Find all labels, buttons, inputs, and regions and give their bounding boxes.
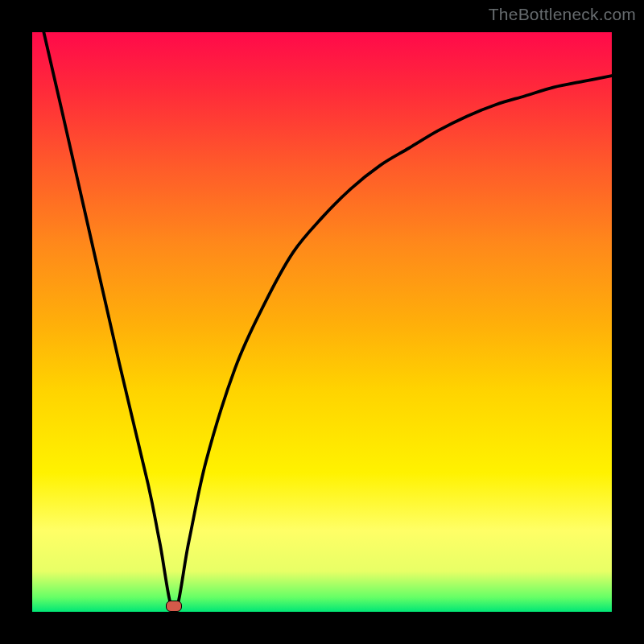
watermark-text: TheBottleneck.com — [489, 5, 636, 24]
minimum-marker — [166, 601, 182, 612]
bottleneck-curve — [32, 32, 612, 612]
chart-frame: TheBottleneck.com — [0, 0, 644, 644]
plot-area — [32, 32, 612, 612]
